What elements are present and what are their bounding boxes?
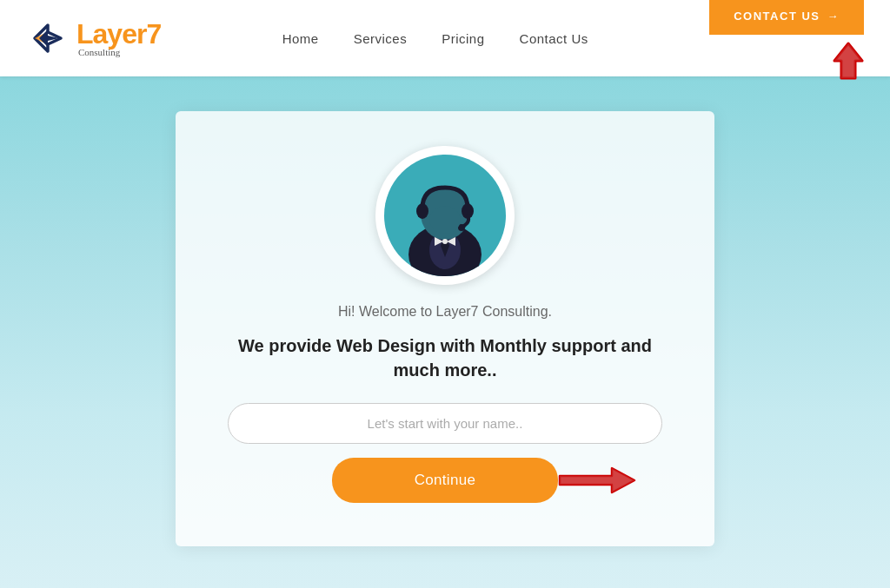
svg-marker-4 [834, 43, 862, 78]
arrow-right-icon: → [827, 10, 840, 23]
arrow-annotation [558, 465, 636, 496]
nav-pricing[interactable]: Pricing [442, 31, 484, 46]
nav-home[interactable]: Home [282, 31, 319, 46]
avatar-inner [384, 155, 506, 276]
main-nav: Home Services Pricing Contact Us [282, 31, 588, 46]
agent-avatar [384, 155, 506, 276]
svg-point-12 [429, 206, 461, 234]
logo-sub: Consulting [78, 48, 161, 57]
nav-services[interactable]: Services [354, 31, 408, 46]
contact-us-button[interactable]: CONTACT US → [709, 0, 864, 35]
tagline-text: We provide Web Design with Monthly suppo… [228, 334, 662, 382]
header: Layer7 Consulting Home Services Pricing … [0, 0, 890, 76]
svg-point-9 [416, 203, 428, 219]
avatar-circle [375, 146, 515, 285]
logo-name: Layer [76, 18, 146, 50]
nav-contact[interactable]: Contact Us [520, 31, 588, 46]
name-input[interactable] [228, 403, 662, 444]
welcome-card: Hi! Welcome to Layer7 Consulting. We pro… [176, 111, 714, 546]
left-arrow-icon [558, 465, 636, 496]
logo-number: 7 [146, 18, 161, 50]
continue-label: Continue [415, 472, 475, 488]
welcome-text: Hi! Welcome to Layer7 Consulting. [338, 304, 552, 320]
main-content: Hi! Welcome to Layer7 Consulting. We pro… [0, 76, 890, 588]
continue-button[interactable]: Continue [332, 458, 558, 503]
contact-us-label: CONTACT US [734, 10, 820, 23]
up-arrow-annotation [833, 42, 864, 80]
logo-brand: Layer7 [76, 20, 161, 48]
up-arrow-icon [833, 42, 864, 80]
header-right: CONTACT US → [709, 0, 864, 80]
svg-marker-17 [560, 468, 634, 492]
continue-area: Continue [228, 458, 662, 503]
logo: Layer7 Consulting [26, 17, 161, 60]
logo-icon [26, 17, 70, 60]
svg-point-15 [442, 239, 448, 244]
